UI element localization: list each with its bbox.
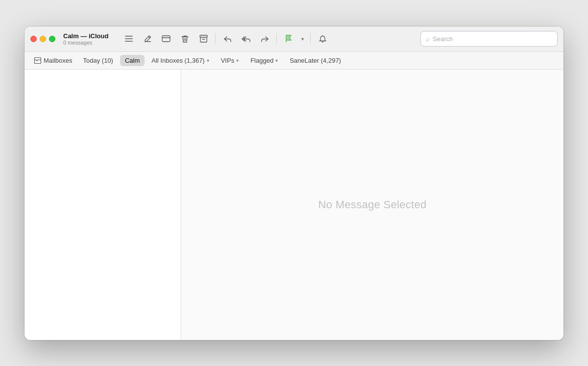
- svg-rect-0: [125, 36, 133, 37]
- tab-today-label: Today (10): [83, 57, 113, 64]
- tab-flagged-label: Flagged: [250, 57, 273, 64]
- svg-rect-5: [200, 35, 207, 37]
- move-button[interactable]: [157, 31, 175, 47]
- forward-icon: [261, 35, 269, 43]
- tab-mailboxes[interactable]: Mailboxes: [30, 55, 76, 66]
- tab-vips[interactable]: VIPs ▾: [216, 55, 244, 66]
- flagged-chevron-icon: ▾: [275, 58, 278, 63]
- sidebar-toggle-button[interactable]: [120, 31, 138, 47]
- flag-dropdown-button[interactable]: ▾: [297, 31, 307, 47]
- search-icon: ⌕: [426, 35, 430, 43]
- flag-icon: [285, 35, 292, 43]
- minimize-button[interactable]: [40, 36, 46, 42]
- tab-calm-label: Calm: [125, 57, 140, 64]
- reply-button[interactable]: [219, 31, 236, 47]
- tab-all-inboxes-label: All Inboxes (1,367): [151, 57, 204, 64]
- flag-button[interactable]: [280, 31, 297, 47]
- reply-all-icon: [242, 35, 251, 43]
- compose-icon: [144, 35, 152, 43]
- svg-rect-2: [125, 41, 133, 42]
- svg-rect-6: [35, 57, 41, 63]
- window-title: Calm — iCloud 0 messages: [63, 32, 108, 46]
- svg-rect-1: [125, 38, 133, 39]
- no-message-label: No Message Selected: [318, 198, 427, 211]
- flag-group: ▾: [280, 31, 307, 47]
- mailbox-icon: [34, 57, 41, 64]
- tab-vips-label: VIPs: [221, 57, 234, 64]
- tabbar: Mailboxes Today (10) Calm All Inboxes (1…: [24, 52, 564, 70]
- move-icon: [162, 35, 171, 43]
- toolbar-sep-2: [276, 33, 277, 44]
- toolbar-sep-3: [310, 33, 311, 44]
- traffic-lights: [30, 36, 55, 42]
- tab-today[interactable]: Today (10): [78, 55, 118, 66]
- tab-mailboxes-label: Mailboxes: [44, 57, 73, 64]
- sidebar-toggle-icon: [125, 35, 133, 42]
- toolbar: ▾ ⌕: [120, 31, 558, 47]
- toolbar-sep-1: [215, 33, 216, 44]
- tab-all-inboxes[interactable]: All Inboxes (1,367) ▾: [147, 55, 214, 66]
- reply-icon: [223, 35, 232, 43]
- tab-calm[interactable]: Calm: [120, 55, 145, 66]
- search-input[interactable]: [433, 35, 552, 43]
- forward-button[interactable]: [256, 31, 273, 47]
- tab-sanelater-label: SaneLater (4,297): [290, 57, 341, 64]
- window-title-text: Calm — iCloud: [63, 32, 108, 40]
- archive-icon: [199, 35, 208, 43]
- content-area: No Message Selected: [24, 70, 564, 340]
- archive-button[interactable]: [195, 31, 212, 47]
- all-inboxes-chevron-icon: ▾: [207, 58, 209, 63]
- reply-all-button[interactable]: [237, 31, 255, 47]
- vips-chevron-icon: ▾: [236, 58, 239, 63]
- notifications-button[interactable]: [314, 31, 331, 47]
- tab-sanelater[interactable]: SaneLater (4,297): [285, 55, 346, 66]
- maximize-button[interactable]: [49, 36, 55, 42]
- compose-button[interactable]: [139, 31, 156, 47]
- search-bar: ⌕: [420, 31, 558, 47]
- tab-flagged[interactable]: Flagged ▾: [245, 55, 283, 66]
- titlebar: Calm — iCloud 0 messages: [24, 26, 564, 52]
- trash-icon: [181, 35, 189, 43]
- close-button[interactable]: [30, 36, 37, 42]
- bell-icon: [319, 35, 326, 43]
- mail-window: Calm — iCloud 0 messages: [24, 26, 564, 340]
- svg-rect-4: [162, 36, 170, 42]
- message-preview: No Message Selected: [181, 70, 564, 340]
- trash-button[interactable]: [176, 31, 194, 47]
- window-subtitle-text: 0 messages: [63, 40, 108, 46]
- message-list[interactable]: [24, 70, 181, 340]
